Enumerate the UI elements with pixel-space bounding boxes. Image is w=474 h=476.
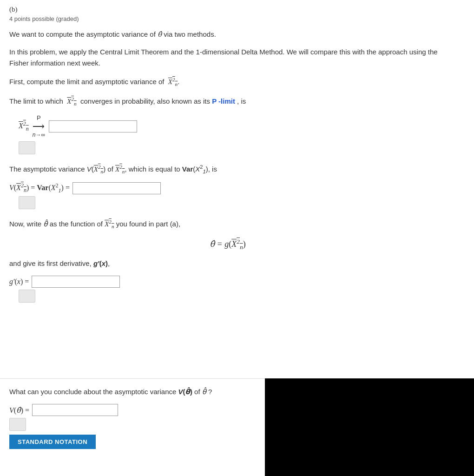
xn-sq-avar: X2n bbox=[94, 165, 103, 173]
vtheta-formula-row: V(θ̂) = bbox=[9, 404, 256, 416]
avar-formula-row: V(X2n) = Var(X21) = bbox=[9, 182, 446, 194]
part-label: (b) bbox=[9, 6, 446, 13]
vtheta-submit-button[interactable] bbox=[9, 418, 26, 431]
plimit-input[interactable] bbox=[49, 120, 137, 132]
first-compute-paragraph: First, compute the limit and asymptotic … bbox=[9, 75, 446, 88]
gprime-submit-button[interactable] bbox=[19, 290, 35, 303]
convergence-arrow: P ⟶ n→∞ bbox=[33, 114, 45, 139]
xn-sq-write: X2n bbox=[105, 220, 114, 228]
theta-equation-display: θ̂ = g(X2n) bbox=[9, 238, 446, 251]
main-content: (b) 4 points possible (graded) We want t… bbox=[0, 0, 455, 312]
standard-notation-button[interactable]: STANDARD NOTATION bbox=[9, 435, 96, 449]
theta-hat-inline: θ̂ bbox=[158, 31, 162, 38]
intro-paragraph-1: We want to compute the asymptotic varian… bbox=[9, 29, 446, 40]
gprime-lhs-text: g′(x) = bbox=[9, 278, 29, 286]
intro-paragraph-2: In this problem, we apply the Central Li… bbox=[9, 46, 446, 69]
points-label: 4 points possible (graded) bbox=[9, 15, 446, 22]
p-limit-link[interactable]: P -limit bbox=[212, 97, 235, 105]
n-to-inf: n→∞ bbox=[33, 132, 45, 138]
xn-squared-overline: X2n bbox=[168, 78, 178, 86]
xn-sq-avar2: X2n bbox=[115, 165, 125, 173]
avar-input[interactable] bbox=[72, 182, 161, 194]
xn-sq-lhs: X2n bbox=[19, 120, 29, 132]
derivative-paragraph: and give its first derivative, g′(x), bbox=[9, 258, 446, 269]
vtheta-input[interactable] bbox=[32, 404, 118, 416]
bottom-section: What can you conclude about the asymptot… bbox=[0, 378, 474, 476]
conclude-paragraph: What can you conclude about the asymptot… bbox=[9, 386, 256, 397]
bottom-right-panel bbox=[265, 378, 474, 476]
plimit-paragraph: The limit to which X2n converges in prob… bbox=[9, 95, 446, 108]
gprime-input[interactable] bbox=[32, 276, 120, 288]
plimit-submit-button[interactable] bbox=[19, 141, 35, 154]
vtheta-lhs-text: V(θ̂) = bbox=[9, 406, 29, 415]
bottom-left-panel: What can you conclude about the asymptot… bbox=[0, 378, 265, 476]
arrow-symbol: ⟶ bbox=[33, 122, 45, 132]
p-label: P bbox=[37, 114, 41, 122]
xn-squared-plimit: X2n bbox=[67, 98, 76, 105]
gprime-formula-row: g′(x) = bbox=[9, 276, 446, 288]
write-theta-paragraph: Now, write θ̂ as the function of X2n you… bbox=[9, 218, 446, 231]
avar-paragraph: The asymptotic variance V(X2n) of X2n, w… bbox=[9, 163, 446, 176]
avar-lhs-text: V(X2n) = Var(X21) = bbox=[9, 182, 70, 194]
avar-submit-button[interactable] bbox=[19, 196, 35, 209]
plimit-formula-row: X2n P ⟶ n→∞ bbox=[19, 114, 446, 139]
